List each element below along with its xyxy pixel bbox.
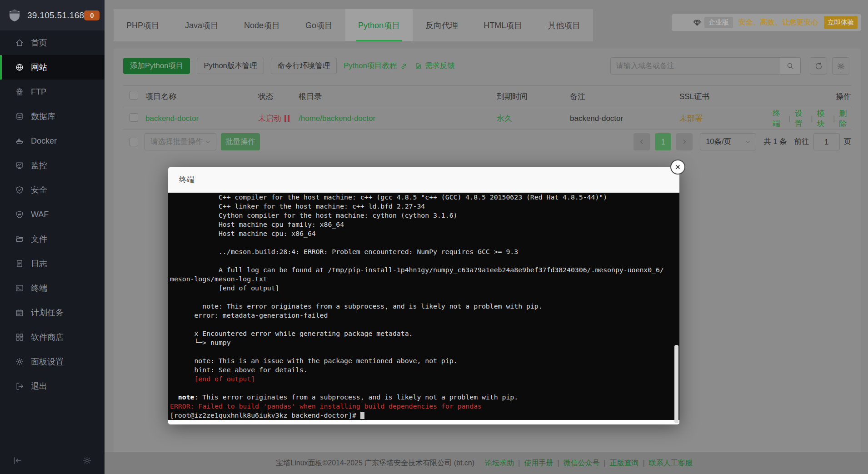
sidebar-item-database[interactable]: 数据库 (0, 104, 105, 129)
sidebar-item-label: 退出 (31, 381, 47, 392)
close-modal-button[interactable] (670, 160, 685, 175)
batch-apply-button[interactable]: 批量操作 (221, 133, 260, 150)
footer-link-0[interactable]: 论坛求助 (485, 459, 514, 467)
terminal-scrollbar-thumb[interactable] (674, 345, 678, 423)
terminal-line: [end of output] (170, 374, 679, 384)
terminal-output[interactable]: C++ compiler for the host machine: c++ (… (168, 193, 679, 420)
terminal-line: ../meson.build:28:4: ERROR: Problem enco… (170, 247, 679, 256)
terminal-line: Cython compiler for the host machine: cy… (170, 211, 679, 220)
batch-row: 请选择批量操作 批量操作 1 10条/页 共 1 条 前往 (123, 133, 851, 150)
modal-title: 终端 (179, 175, 195, 185)
add-python-project-button[interactable]: 添加Python项目 (123, 58, 190, 74)
sidebar-item-docker[interactable]: Docker (0, 129, 105, 153)
feedback-icon (414, 62, 422, 70)
sidebar-item-logout[interactable]: 退出 (0, 374, 105, 399)
goto-page-input[interactable] (813, 133, 840, 150)
select-all-checkbox[interactable] (130, 91, 138, 100)
enterprise-promo-banner: 企业版 安全、高效、让您更安心 立即体验 (672, 14, 861, 31)
next-page-button[interactable] (676, 133, 693, 150)
project-type-tabs: PHP项目Java项目Node项目Go项目Python项目反向代理HTML项目其… (114, 9, 593, 41)
search-input[interactable] (611, 58, 780, 74)
modal-header: 终端 (168, 167, 679, 193)
column-header: 状态 (258, 91, 299, 102)
sidebar-item-label: 安全 (31, 185, 47, 195)
search-button[interactable] (780, 58, 800, 74)
sidebar-item-site[interactable]: 网站 (0, 55, 105, 80)
action-settings[interactable]: 设置 (795, 108, 807, 129)
collapse-icon (13, 456, 22, 465)
terminal-line: ERROR: Failed to build 'pandas' when ins… (170, 402, 679, 411)
tab-php[interactable]: PHP项目 (114, 9, 172, 41)
sidebar-item-monitor[interactable]: 监控 (0, 153, 105, 178)
action-terminal[interactable]: 终端 (773, 108, 785, 129)
page-size-select[interactable]: 10条/页 (700, 133, 756, 150)
try-now-button[interactable]: 立即体验 (824, 16, 858, 29)
monitor-icon (15, 161, 24, 170)
footer-link-4[interactable]: 联系人工客服 (649, 459, 693, 467)
tab-python[interactable]: Python项目 (345, 9, 413, 41)
sidebar-item-cron[interactable]: 计划任务 (0, 300, 105, 325)
sidebar-item-ftp[interactable]: FTP (0, 80, 105, 104)
database-icon (15, 112, 24, 121)
terminal-line (170, 293, 679, 302)
footer-link-2[interactable]: 微信公众号 (563, 459, 599, 467)
current-page-button[interactable]: 1 (655, 133, 671, 150)
refresh-button[interactable] (810, 57, 827, 75)
message-count-badge[interactable]: 0 (84, 10, 100, 20)
log-icon (15, 259, 24, 268)
column-header: 操作 (773, 91, 851, 102)
sidebar-item-terminal[interactable]: 终端 (0, 276, 105, 300)
terminal-line (170, 238, 679, 247)
project-status[interactable]: 未启动 (258, 113, 299, 124)
footer-link-3[interactable]: 正版查询 (610, 459, 639, 467)
project-ssl-status[interactable]: 未部署 (679, 113, 773, 124)
tab-go[interactable]: Go项目 (293, 9, 345, 41)
pagination: 1 10条/页 共 1 条 前往 页 (634, 133, 851, 150)
batch-action-select[interactable]: 请选择批量操作 (145, 133, 216, 150)
tab-html[interactable]: HTML项目 (471, 9, 535, 41)
project-expire-link[interactable]: 永久 (497, 114, 512, 123)
action-modules[interactable]: 模块 (817, 108, 829, 129)
prev-page-button[interactable] (634, 133, 650, 150)
sidebar-item-panel-settings[interactable]: 面板设置 (0, 349, 105, 374)
project-note[interactable]: backend-doctor (570, 114, 679, 123)
footer-link-1[interactable]: 使用手册 (524, 459, 553, 467)
sidebar-item-waf[interactable]: WAF (0, 202, 105, 227)
panel-logo-row[interactable]: 39.105.51.168 0 (0, 0, 105, 30)
terminal-line (170, 256, 679, 265)
sidebar-item-label: 监控 (31, 160, 47, 171)
sidebar-item-appstore[interactable]: 软件商店 (0, 325, 105, 349)
tab-java[interactable]: Java项目 (172, 9, 231, 41)
tab-node[interactable]: Node项目 (231, 9, 293, 41)
sidebar-bottom-bar (0, 451, 105, 469)
sidebar-item-security[interactable]: 安全 (0, 178, 105, 202)
toolbar: 添加Python项目 Python版本管理 命令行环境管理 Python项目教程… (114, 49, 861, 75)
project-root-link[interactable]: /home/backend-doctor (299, 114, 375, 123)
table-settings-button[interactable] (832, 57, 849, 75)
tab-other[interactable]: 其他项目 (535, 9, 593, 41)
sidebar-settings-button[interactable] (82, 456, 92, 465)
footer: 宝塔Linux面板©2014-2025 广东堡塔安全技术有限公司 (bt.cn)… (105, 452, 868, 474)
table-row: backend-doctor未启动/home/backend-doctor永久b… (123, 107, 851, 130)
project-name-link[interactable]: backend-doctor (145, 114, 199, 123)
row-checkbox[interactable] (130, 113, 138, 122)
python-version-manager-button[interactable]: Python版本管理 (197, 58, 264, 74)
docker-icon (15, 136, 24, 145)
terminal-line: Host machine cpu: x86_64 (170, 229, 679, 238)
ftp-icon (15, 87, 24, 96)
feedback-link[interactable]: 需求反馈 (414, 61, 455, 71)
cli-env-manager-button[interactable]: 命令行环境管理 (271, 58, 337, 74)
batch-select-all-checkbox[interactable] (130, 138, 138, 146)
sidebar-item-home[interactable]: 首页 (0, 30, 105, 55)
sidebar-item-files[interactable]: 文件 (0, 227, 105, 251)
terminal-line: x Encountered error while generating pac… (170, 329, 679, 338)
sidebar-item-label: 终端 (31, 283, 47, 294)
tab-reverse-proxy[interactable]: 反向代理 (413, 9, 471, 41)
total-count-label: 共 1 条 (763, 137, 787, 147)
sidebar-item-logs[interactable]: 日志 (0, 251, 105, 276)
collapse-sidebar-button[interactable] (13, 456, 22, 465)
action-delete[interactable]: 删除 (839, 108, 851, 129)
sidebar-item-label: 首页 (31, 37, 47, 48)
edition-badge: 企业版 (704, 17, 733, 28)
python-tutorial-link[interactable]: Python项目教程 (344, 61, 407, 71)
